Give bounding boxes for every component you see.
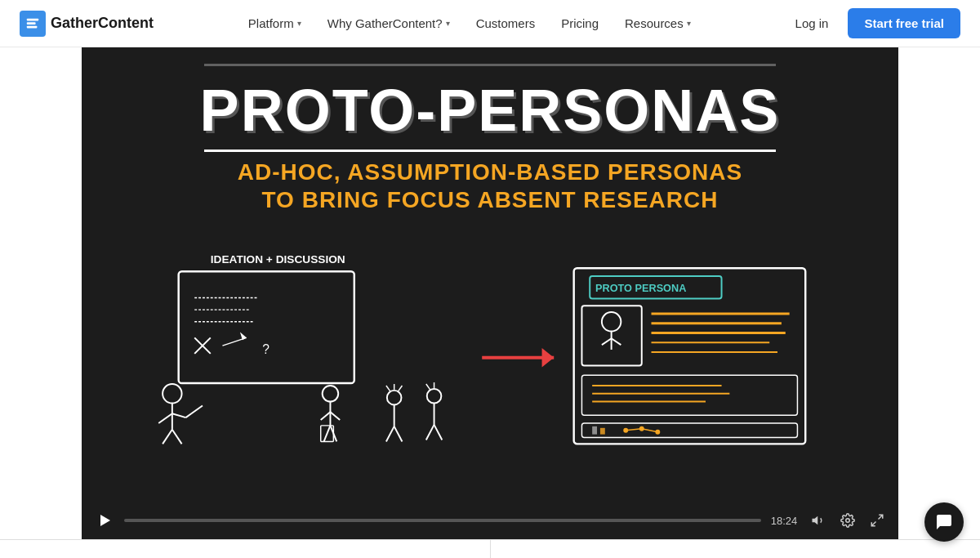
svg-rect-61	[600, 427, 605, 434]
resources-chevron-icon: ▾	[687, 19, 691, 28]
svg-line-10	[172, 429, 182, 444]
svg-line-71	[871, 522, 875, 526]
svg-text:IDEATION + DISCUSSION: IDEATION + DISCUSSION	[211, 253, 345, 266]
svg-rect-1	[27, 22, 36, 25]
svg-line-8	[172, 413, 186, 417]
svg-line-70	[879, 515, 883, 519]
svg-rect-60	[592, 426, 597, 434]
svg-line-33	[399, 386, 403, 391]
progress-bar[interactable]	[124, 519, 761, 522]
svg-line-9	[163, 429, 172, 444]
logo-area: GatherContent	[20, 11, 154, 37]
login-button[interactable]: Log in	[786, 10, 839, 37]
video-controls-bar: 18:24	[82, 502, 898, 539]
svg-text:PROTO PERSONA: PROTO PERSONA	[595, 281, 686, 293]
svg-point-27	[387, 390, 402, 404]
svg-marker-41	[542, 348, 555, 367]
start-trial-button[interactable]: Start free trial	[848, 8, 960, 38]
settings-button[interactable]	[836, 509, 859, 532]
svg-rect-4	[179, 271, 354, 383]
svg-point-69	[846, 519, 850, 523]
svg-marker-68	[813, 516, 818, 525]
play-button[interactable]	[91, 507, 118, 533]
svg-rect-2	[27, 25, 38, 28]
svg-line-37	[434, 425, 443, 440]
navbar: GatherContent Platform ▾ Why GatherConte…	[0, 0, 980, 47]
fullscreen-button[interactable]	[866, 509, 889, 532]
svg-line-66	[642, 428, 658, 431]
nav-platform[interactable]: Platform ▾	[237, 10, 313, 37]
svg-line-7	[158, 413, 172, 423]
svg-rect-59	[581, 423, 797, 438]
nav-customers[interactable]: Customers	[465, 10, 547, 37]
video-title-sub: AD-HOC, ASSUMPTION-BASED PERSONAS TO BRI…	[238, 158, 742, 213]
svg-line-49	[612, 338, 621, 345]
bottom-sections: About this webinar recording Who is the …	[0, 539, 980, 558]
svg-line-24	[324, 425, 331, 441]
svg-line-38	[426, 384, 430, 390]
svg-rect-42	[574, 268, 806, 444]
svg-line-48	[602, 338, 612, 345]
svg-marker-67	[100, 515, 110, 526]
svg-text:?: ?	[262, 341, 270, 355]
logo-text: GatherContent	[51, 15, 154, 32]
nav-why-gathercontent[interactable]: Why GatherContent? ▾	[316, 10, 461, 37]
svg-point-20	[323, 386, 339, 402]
svg-line-11	[185, 405, 203, 417]
svg-line-22	[321, 412, 331, 420]
video-bg: PROTO-PERSONAS AD-HOC, ASSUMPTION-BASED …	[82, 47, 898, 502]
sketch-illustration: IDEATION + DISCUSSION	[98, 213, 882, 485]
volume-button[interactable]	[807, 509, 830, 532]
svg-point-5	[163, 384, 181, 403]
platform-chevron-icon: ▾	[297, 19, 301, 28]
svg-line-30	[394, 426, 403, 441]
video-title-main: PROTO-PERSONAS	[200, 81, 781, 140]
navbar-actions: Log in Start free trial	[786, 8, 960, 38]
nav-menu: Platform ▾ Why GatherContent? ▾ Customer…	[237, 10, 702, 37]
logo-icon[interactable]	[20, 11, 46, 37]
video-container: PROTO-PERSONAS AD-HOC, ASSUMPTION-BASED …	[82, 47, 898, 539]
svg-line-23	[330, 412, 340, 420]
who-for-section: Who is the webinar recording for?	[491, 540, 981, 558]
time-display: 18:24	[768, 515, 800, 527]
svg-point-46	[602, 312, 621, 331]
video-thumbnail[interactable]: PROTO-PERSONAS AD-HOC, ASSUMPTION-BASED …	[82, 47, 898, 502]
nav-resources[interactable]: Resources ▾	[613, 10, 702, 37]
nav-pricing[interactable]: Pricing	[550, 10, 610, 37]
svg-line-65	[626, 428, 642, 430]
svg-line-31	[386, 386, 390, 391]
svg-rect-0	[27, 18, 38, 20]
why-chevron-icon: ▾	[446, 19, 450, 28]
about-webinar-section: About this webinar recording	[0, 540, 491, 558]
svg-point-34	[427, 389, 442, 404]
sketch-svg: IDEATION + DISCUSSION	[131, 235, 849, 464]
svg-line-36	[426, 425, 434, 440]
svg-line-29	[386, 426, 394, 441]
chat-bubble-button[interactable]	[924, 502, 964, 542]
svg-rect-55	[581, 375, 797, 415]
